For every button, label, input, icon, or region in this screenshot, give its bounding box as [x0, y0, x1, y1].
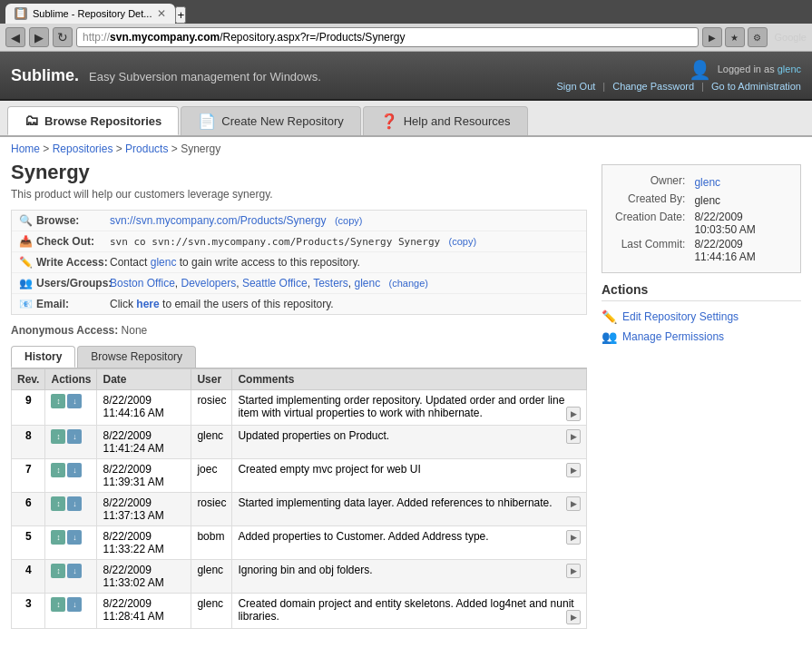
tab-create-label: Create New Repository — [221, 114, 343, 128]
tab-browse-repository[interactable]: Browse Repository — [77, 346, 196, 368]
cell-comment: Updated properties on Product.▶ — [232, 426, 587, 459]
view-button[interactable]: ↓ — [67, 530, 82, 545]
diff-button[interactable]: ↕ — [51, 463, 65, 477]
diff-button[interactable]: ↕ — [51, 530, 65, 545]
cell-user: bobm — [191, 526, 232, 560]
view-button[interactable]: ↓ — [67, 496, 82, 511]
cell-actions: ↕ ↓ — [45, 426, 97, 459]
view-button[interactable]: ↓ — [67, 394, 82, 408]
page-title: Synergy — [11, 161, 587, 184]
cell-actions: ↕ ↓ — [45, 390, 97, 426]
browser-tab-active[interactable]: 📋 Sublime - Repository Det... ✕ — [5, 4, 175, 24]
breadcrumb-products[interactable]: Products — [125, 142, 168, 155]
help-icon: ❓ — [380, 113, 398, 130]
cell-actions: ↕ ↓ — [45, 526, 97, 560]
col-actions: Actions — [45, 369, 97, 390]
diff-button[interactable]: ↕ — [51, 496, 65, 511]
user-group-seattle[interactable]: Seattle Office — [242, 277, 308, 290]
change-password-link[interactable]: Change Password — [612, 81, 694, 92]
cell-comment: Started implementing order repository. U… — [232, 390, 587, 426]
table-row: 5 ↕ ↓ 8/22/2009 11:33:22 AMbobmAdded pro… — [12, 526, 587, 560]
table-row: 8 ↕ ↓ 8/22/2009 11:41:24 AMglencUpdated … — [12, 426, 587, 459]
email-pre: Click — [110, 298, 136, 310]
user-group-glenc[interactable]: glenc — [355, 277, 381, 290]
breadcrumb-home[interactable]: Home — [11, 142, 40, 155]
user-group-boston[interactable]: Boston Office — [110, 277, 175, 290]
last-commit-label: Last Commit: — [615, 238, 692, 263]
diff-button[interactable]: ↕ — [51, 564, 65, 578]
tab-create-repository[interactable]: 📄 Create New Repository — [181, 106, 360, 135]
detail-button[interactable]: ▶ — [566, 463, 581, 477]
detail-button[interactable]: ▶ — [566, 407, 581, 421]
detail-button[interactable]: ▶ — [566, 496, 581, 511]
main-content: Synergy This product will help our custo… — [11, 161, 587, 629]
bookmark-button[interactable]: ★ — [725, 27, 745, 47]
actions-section: Actions ✏️ Edit Repository Settings 👥 Ma… — [602, 282, 801, 347]
page-subtitle: This product will help our customers lev… — [11, 188, 587, 201]
diff-button[interactable]: ↕ — [51, 597, 65, 612]
table-row: 9 ↕ ↓ 8/22/2009 11:44:16 AMrosiecStarted… — [12, 390, 587, 426]
owner-value-link[interactable]: glenc — [694, 176, 720, 189]
tab-help-resources[interactable]: ❓ Help and Resources — [363, 106, 528, 135]
tab-history[interactable]: History — [11, 346, 75, 368]
write-access-user-link[interactable]: glenc — [151, 256, 177, 269]
last-commit-value: 8/22/2009 11:44:16 AM — [694, 238, 788, 263]
cell-comment: Created empty mvc project for web UI▶ — [232, 459, 587, 493]
email-here-link[interactable]: here — [136, 298, 159, 310]
history-table-container: Rev. Actions Date User Comments 9 ↕ ↓ 8/… — [11, 368, 587, 629]
diff-button[interactable]: ↕ — [51, 429, 65, 444]
cell-rev: 4 — [12, 560, 45, 594]
cell-date: 8/22/2009 11:33:02 AM — [97, 560, 191, 594]
cell-date: 8/22/2009 11:44:16 AM — [97, 390, 191, 426]
users-change-link[interactable]: (change) — [389, 278, 428, 289]
forward-button[interactable]: ▶ — [29, 27, 49, 47]
user-group-developers[interactable]: Developers — [181, 277, 237, 290]
new-tab-button[interactable]: + — [175, 6, 186, 24]
browse-copy-link[interactable]: (copy) — [335, 215, 363, 226]
table-row: 7 ↕ ↓ 8/22/2009 11:39:31 AMjoecCreated e… — [12, 459, 587, 493]
diff-button[interactable]: ↕ — [51, 394, 65, 408]
cell-date: 8/22/2009 11:33:22 AM — [97, 526, 191, 560]
sidebar: Owner: glenc Created By: glenc Creation … — [602, 161, 801, 629]
cell-comment: Added properties to Customer. Added Addr… — [232, 526, 587, 560]
email-post: to email the users of this repository. — [162, 298, 334, 310]
user-group-testers[interactable]: Testers — [313, 277, 348, 290]
sign-out-link[interactable]: Sign Out — [557, 81, 596, 92]
header-links: Sign Out | Change Password | Go to Admin… — [557, 81, 801, 92]
app-title: Sublime. Easy Subversion management for … — [11, 66, 321, 84]
tab-close-button[interactable]: ✕ — [157, 7, 166, 20]
tab-browse-repositories[interactable]: 🗂 Browse Repositories — [7, 106, 179, 135]
cell-actions: ↕ ↓ — [45, 493, 97, 526]
detail-button[interactable]: ▶ — [566, 429, 581, 444]
go-to-admin-link[interactable]: Go to Administration — [711, 81, 801, 92]
breadcrumb: Home > Repositories > Products > Synergy — [0, 137, 812, 161]
google-label: Google — [775, 32, 807, 43]
creation-date-value: 8/22/2009 10:03:50 AM — [694, 211, 788, 236]
detail-button[interactable]: ▶ — [566, 564, 581, 578]
cell-rev: 3 — [12, 594, 45, 629]
detail-button[interactable]: ▶ — [566, 530, 581, 545]
cell-rev: 7 — [12, 459, 45, 493]
address-bar[interactable]: http://svn.mycompany.com/Repository.aspx… — [76, 27, 699, 47]
back-button[interactable]: ◀ — [5, 27, 25, 47]
cell-user: glenc — [191, 594, 232, 629]
manage-permissions-link[interactable]: 👥 Manage Permissions — [602, 327, 801, 347]
tools-button[interactable]: ⚙ — [748, 27, 768, 47]
view-button[interactable]: ↓ — [67, 597, 82, 612]
owner-label: Owner: — [615, 174, 692, 191]
browse-url-link[interactable]: svn://svn.mycompany.com/Products/Synergy — [110, 214, 327, 227]
checkout-command: svn co svn://svn.mycompany.com/Products/… — [110, 236, 440, 248]
refresh-button[interactable]: ↻ — [53, 27, 73, 47]
view-button[interactable]: ↓ — [67, 463, 82, 477]
header-user-section: 👤 Logged in as glenc Sign Out | Change P… — [557, 59, 801, 92]
checkout-copy-link[interactable]: (copy) — [449, 236, 477, 247]
breadcrumb-repositories[interactable]: Repositories — [53, 142, 113, 155]
view-button[interactable]: ↓ — [67, 564, 82, 578]
view-button[interactable]: ↓ — [67, 429, 82, 444]
create-repo-icon: 📄 — [198, 113, 216, 130]
detail-button[interactable]: ▶ — [566, 610, 581, 624]
nav-arrow-button[interactable]: ▶ — [702, 27, 722, 47]
cell-date: 8/22/2009 11:28:41 AM — [97, 594, 191, 629]
edit-repository-settings-link[interactable]: ✏️ Edit Repository Settings — [602, 307, 801, 327]
edit-settings-label: Edit Repository Settings — [622, 310, 739, 323]
